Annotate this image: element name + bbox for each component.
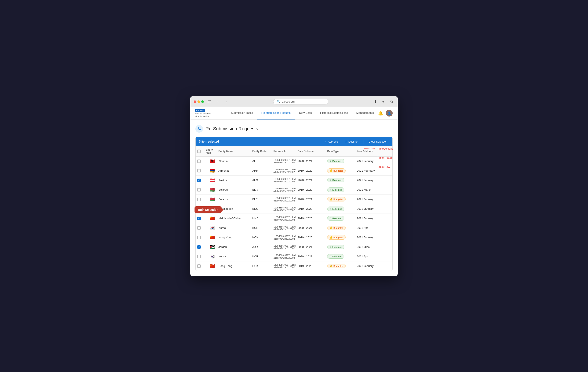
row-name-12: Hong Kong [219,264,252,268]
row-checkbox-4[interactable] [197,188,201,192]
logo-badge: AIESEC [195,109,205,112]
app-navbar: AIESEC Global Finance Administrator Subm… [190,107,398,120]
table-row: 🇧🇾 Belarus BLR 1c95d8b6-9297-11ed-a1eb-0… [196,195,392,204]
row-schema-4: 2019 - 2020 [298,188,327,191]
row-year-month-9: 2021 January [357,236,391,239]
approve-button[interactable]: ↑ Approve [323,139,340,144]
row-schema-6: 2019 - 2020 [298,207,327,210]
page-icon [195,125,203,133]
header-checkbox-cell [197,150,206,153]
row-checkbox-5[interactable] [197,198,201,201]
table-row: ✓ 🇧🇩 Bangladesh BNG 1c95d8b6-9297-11ed-a… [196,204,392,214]
annotation-label: Table Row [376,165,390,168]
row-year-month-10: 2021 June [357,245,391,249]
row-flag-2: 🇦🇲 [206,168,219,173]
row-checkbox-cell: ✓ [197,179,206,182]
page-header: Re-Submission Requests [195,125,393,133]
row-data-type-8: 💰 Budgeted [327,226,357,230]
annotation-table-row: Table Row [364,165,393,168]
badge-icon-4: ↻ [330,188,331,191]
badge-icon-5: 💰 [330,198,333,201]
row-name-3: Austria [219,179,252,182]
data-type-badge-5: 💰 Budgeted [327,197,346,201]
browser-titlebar: ‹ › 🔍 aiesec.org ⬆ + ⧉ [194,99,394,105]
row-request-id-5: 1c95d8b6-9297-11ed-a1eb-0242ac120002 [273,197,298,202]
row-checkbox-12[interactable] [197,264,201,268]
header-request-id: Request Id [273,150,298,153]
row-checkbox-11[interactable] [197,255,201,258]
tab-resubmission-requests[interactable]: Re-submission Requets [257,107,295,120]
flag-icon-8: 🇰🇷 [210,225,215,230]
right-annotations: Table Actions Table Header Table Row [364,147,393,168]
row-flag-11: 🇰🇷 [206,254,219,259]
browser-chrome: ‹ › 🔍 aiesec.org ⬆ + ⧉ [190,96,398,107]
app-logo: AIESEC Global Finance Administrator [195,109,218,117]
notification-bell[interactable]: 🔔 [378,110,383,116]
bulk-selection-label: Bulk Selection [195,206,222,213]
row-code-1: ALB [252,160,273,163]
share-button[interactable]: ⬆ [372,99,378,105]
minimize-button[interactable] [198,100,200,103]
row-data-type-5: 💰 Budgeted [327,197,357,201]
forward-button[interactable]: › [223,99,229,105]
tab-historical-submissions[interactable]: Historical Submissions [316,107,352,120]
row-checkbox-10[interactable]: ✓ [197,245,201,249]
row-code-4: BLR [252,188,273,191]
row-checkbox-8[interactable] [197,226,201,230]
table-row: 🇧🇾 Belarus BLR 1c95d8b6-9297-11ed-a1eb-0… [196,185,392,195]
select-all-checkbox[interactable] [197,150,201,153]
row-flag-3: 🇦🇹 [206,178,219,183]
table-row: 🇦🇲 Armenia ARM 1c95d8b6-9297-11ed-a1eb-0… [196,166,392,176]
close-button[interactable] [194,100,196,103]
row-checkbox-3[interactable]: ✓ [197,179,201,182]
row-checkbox-2[interactable] [197,169,201,173]
row-code-11: KOR [252,255,273,258]
new-tab-button[interactable]: + [380,99,386,105]
row-schema-11: 2020 - 2021 [298,255,327,258]
row-flag-9: 🇨🇳 [206,235,219,240]
badge-icon-12: 💰 [330,265,333,267]
row-data-type-9: 💰 Budgeted [327,235,357,240]
row-year-month-5: 2021 January [357,198,391,201]
table-action-bar: 5 item selected ↑ Approve ⬇ Decline | [196,137,392,146]
table-container: 5 item selected ↑ Approve ⬇ Decline | [195,137,393,271]
row-name-1: Albania [219,160,252,163]
flag-icon-1: 🇦🇱 [210,159,215,164]
row-checkbox-1[interactable] [197,160,201,163]
clear-selection-button[interactable]: Clear Selection [367,139,389,144]
data-type-badge-2: 💰 Budgeted [327,168,346,173]
row-request-id-10: 1c95d8b6-9297-11ed-a1eb-0242ac120002 [273,244,298,250]
url-search-box[interactable]: 🔍 aiesec.org [273,99,328,104]
maximize-button[interactable] [201,100,204,103]
search-icon: 🔍 [277,100,280,103]
badge-icon-2: 💰 [330,169,333,172]
badge-icon-9: 💰 [330,236,333,239]
action-divider: | [363,139,364,144]
row-schema-7: 2019 - 2020 [298,217,327,220]
row-code-9: HOK [252,236,273,239]
row-code-3: AUS [252,179,273,182]
tab-managements[interactable]: Managements [352,107,378,120]
back-button[interactable]: ‹ [215,99,221,105]
row-name-8: Korea [219,226,252,230]
row-checkbox-cell [197,226,206,230]
nav-tabs: Submission Tasks Re-submission Requets D… [227,107,378,120]
svg-point-2 [198,127,200,129]
row-data-type-3: ↻ Executed [327,178,357,182]
row-name-11: Korea [219,255,252,258]
tab-duty-desk[interactable]: Duty Desk [295,107,316,120]
row-checkbox-7[interactable]: ✓ [197,217,201,220]
row-year-month-11: 2021 April [357,255,391,258]
row-data-type-7: ↻ Executed [327,216,357,220]
header-data-type: Data Type [327,150,357,153]
user-avatar[interactable]: 👤 [386,110,393,117]
sidebar-toggle-button[interactable] [206,99,212,105]
tabs-button[interactable]: ⧉ [388,99,394,105]
tab-submission-tasks[interactable]: Submission Tasks [227,107,257,120]
row-checkbox-9[interactable] [197,236,201,239]
row-code-12: HOK [252,264,273,268]
decline-button[interactable]: ⬇ Decline [343,139,359,144]
logo-subtitle: Global Finance Administrator [195,112,218,117]
badge-icon-6: ↻ [330,208,331,210]
flag-icon-4: 🇧🇾 [210,187,215,192]
